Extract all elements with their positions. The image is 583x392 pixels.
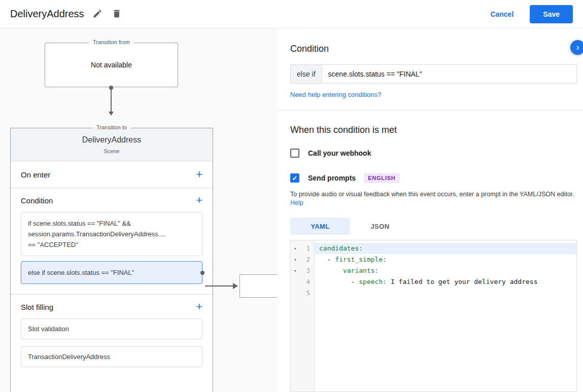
editor-line[interactable]: 4 - speech: I failed to get your deliver… <box>291 276 576 288</box>
condition-prefix: else if <box>291 65 322 83</box>
transition-to-legend: Transition to <box>92 124 131 130</box>
top-bar: DeliveryAddress Cancel Save <box>0 0 583 28</box>
code-lines: ▾1candidates:▾2 - first_simple:▾3 varian… <box>291 240 576 299</box>
condition-inspector-panel: › Condition else if Need help entering c… <box>277 28 583 392</box>
editor-line[interactable]: 5 <box>291 288 576 299</box>
fold-arrow-icon[interactable]: ▾ <box>291 246 300 251</box>
when-condition-heading: When this condition is met <box>290 125 577 135</box>
code-editor[interactable]: ▾1candidates:▾2 - first_simple:▾3 varian… <box>290 240 577 392</box>
transition-edge-line <box>205 286 234 287</box>
transition-edge-arrowhead <box>233 283 238 289</box>
prompt-help-link[interactable]: Help <box>290 199 303 206</box>
transition-from-legend: Transition from <box>89 39 134 45</box>
code-line-content: - speech: I failed to get your delivery … <box>315 276 576 288</box>
transition-from-node: Transition from Not available <box>45 43 178 87</box>
delete-icon[interactable] <box>112 9 123 20</box>
page-title: DeliveryAddress <box>10 8 84 20</box>
condition-editor-row: else if <box>290 64 577 84</box>
condition-item-1[interactable]: if scene.slots.status == "FINAL" && sess… <box>21 212 202 256</box>
scene-card-header[interactable]: DeliveryAddress Scene <box>11 128 213 161</box>
scene-card: Transition to DeliveryAddress Scene On e… <box>10 128 213 392</box>
connector-line <box>111 89 112 113</box>
line-number: 4 <box>300 278 315 286</box>
language-badge: ENGLISH <box>364 173 400 183</box>
webhook-label: Call your webhook <box>308 149 371 157</box>
slot-filling-section: Slot filling + Slot validation Transacti… <box>11 295 213 377</box>
condition-output-port <box>200 271 204 275</box>
code-line-content: - first_simple: <box>315 254 576 265</box>
webhook-check-row[interactable]: Call your webhook <box>290 149 577 158</box>
editor-line[interactable]: ▾2 - first_simple: <box>291 254 576 265</box>
prompt-note: To provide audio or visual feedback when… <box>290 190 574 207</box>
condition-item-2-text: else if scene.slots.status == "FINAL" <box>28 269 134 276</box>
prompts-checkbox[interactable]: ✓ <box>290 173 299 183</box>
add-condition-icon[interactable]: + <box>196 196 202 205</box>
condition-item-2-selected[interactable]: else if scene.slots.status == "FINAL" <box>21 261 202 284</box>
add-slot-icon[interactable]: + <box>196 302 202 311</box>
slot-validation-item[interactable]: Slot validation <box>21 318 202 339</box>
editor-tabs: YAML JSON <box>290 218 577 235</box>
code-line-content: variants: <box>315 265 576 276</box>
transition-from-text: Not available <box>91 61 132 69</box>
slot-filling-label: Slot filling <box>21 303 53 311</box>
transition-target-node[interactable] <box>239 274 277 298</box>
add-on-enter-icon[interactable]: + <box>196 170 202 179</box>
section-divider <box>277 110 583 111</box>
condition-input[interactable] <box>322 65 576 83</box>
header-actions: Cancel Save <box>490 5 573 23</box>
save-button[interactable]: Save <box>530 5 573 23</box>
on-enter-label: On enter <box>21 170 50 179</box>
webhook-checkbox[interactable] <box>290 149 299 158</box>
line-number: 5 <box>300 290 315 297</box>
on-enter-row[interactable]: On enter + <box>11 161 213 188</box>
condition-section-label: Condition <box>21 196 53 205</box>
code-line-content: candidates: <box>315 243 576 254</box>
prompts-check-row[interactable]: ✓ Send prompts ENGLISH <box>290 173 577 183</box>
chevron-right-icon: › <box>576 42 579 53</box>
edit-icon[interactable] <box>92 9 104 20</box>
tab-json[interactable]: JSON <box>350 218 410 235</box>
slot-transaction-item[interactable]: TransactionDeliveryAddress <box>21 346 202 367</box>
editor-line[interactable]: ▾3 variants: <box>291 265 576 276</box>
scene-subtitle: Scene <box>16 148 208 154</box>
scene-title: DeliveryAddress <box>16 135 208 145</box>
connector-arrowhead <box>109 112 114 116</box>
condition-help-link[interactable]: Need help entering conditions? <box>290 91 381 98</box>
prompt-note-text: To provide audio or visual feedback when… <box>290 191 574 198</box>
code-line-content <box>315 288 576 299</box>
main-area: Transition from Not available Transition… <box>0 28 583 392</box>
condition-section: Condition + if scene.slots.status == "FI… <box>11 188 213 295</box>
flow-canvas[interactable]: Transition from Not available Transition… <box>0 28 277 392</box>
editor-line[interactable]: ▾1candidates: <box>291 243 576 254</box>
collapse-panel-button[interactable]: › <box>570 40 583 55</box>
fold-arrow-icon[interactable]: ▾ <box>291 257 300 262</box>
line-number: 3 <box>300 267 315 274</box>
fold-arrow-icon[interactable]: ▾ <box>291 268 300 273</box>
cancel-button[interactable]: Cancel <box>490 10 513 18</box>
inspector-heading: Condition <box>290 44 577 54</box>
line-number: 2 <box>300 256 315 263</box>
line-number: 1 <box>300 245 315 252</box>
tab-yaml[interactable]: YAML <box>290 218 350 235</box>
prompts-label: Send prompts <box>308 174 356 182</box>
check-icon: ✓ <box>292 174 298 182</box>
